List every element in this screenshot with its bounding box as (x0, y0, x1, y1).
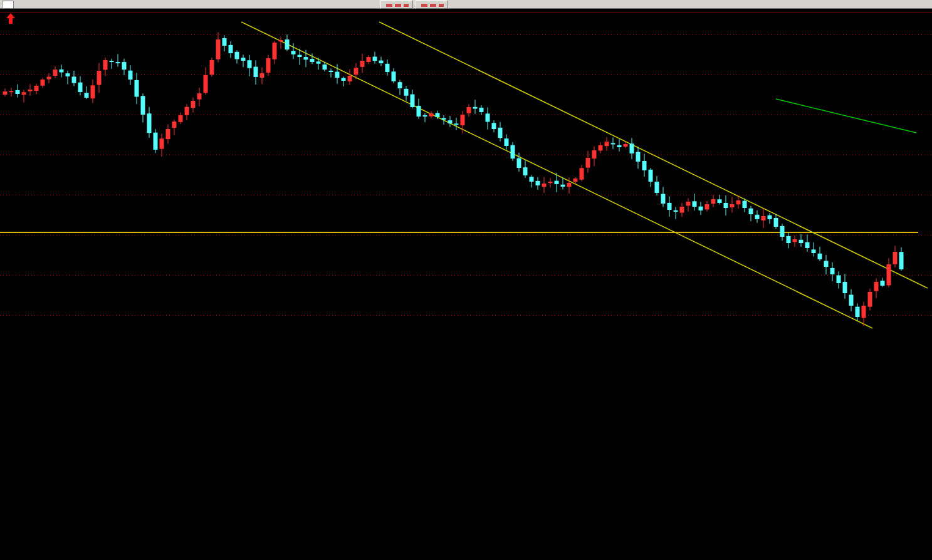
trading-app-window: { "header": { "title": "创业板指(日线.前复权)", "… (0, 0, 932, 560)
kdj-k-readout (6, 449, 9, 460)
main-chart-header (1, 13, 45, 24)
volume-ma5-readout (9, 338, 12, 349)
volume-header (1, 338, 19, 349)
candlesticks (3, 32, 904, 326)
chart-area[interactable] (0, 0, 932, 560)
kdj-d-readout (13, 449, 16, 460)
main-pane (0, 13, 932, 329)
volume-readout (1, 338, 4, 349)
volume-ma10-readout (16, 338, 19, 349)
ma10-readout (28, 13, 31, 24)
up-arrow-icon (6, 13, 15, 24)
kdj-header (1, 449, 23, 460)
ma5-readout (20, 13, 23, 24)
ma20-readout (35, 13, 38, 24)
kdj-j-readout (21, 449, 24, 460)
ma250-readout (42, 13, 45, 24)
